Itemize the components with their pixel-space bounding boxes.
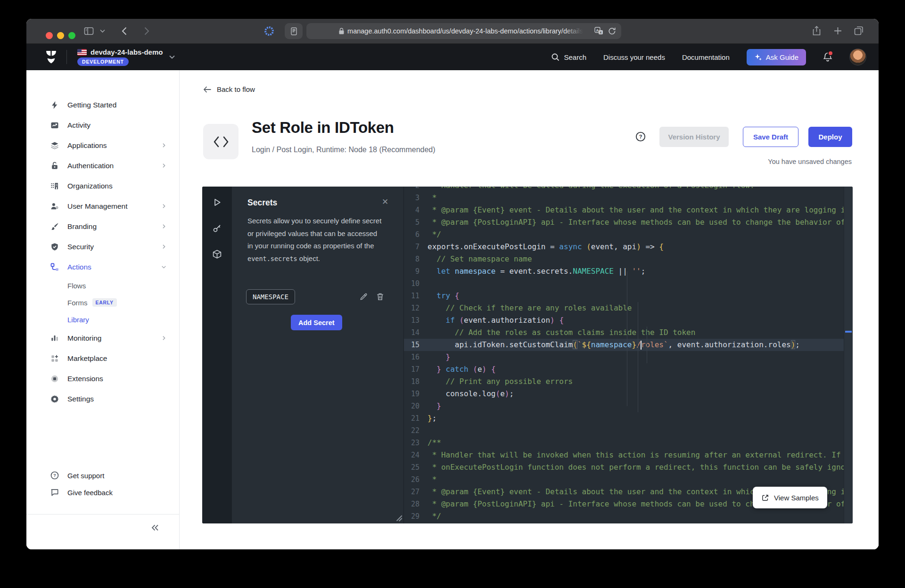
sidebar-item-marketplace[interactable]: Marketplace [26,348,179,368]
sidebar-item-get-support[interactable]: ?Get support [26,467,179,484]
help-icon: ? [50,471,59,480]
sidebar-item-authentication[interactable]: Authentication [26,155,179,176]
search-button[interactable]: Search [551,53,586,61]
sidebar-item-user-management[interactable]: User Management [26,196,179,216]
minimize-window-button[interactable] [57,32,64,39]
sidebar-item-monitoring[interactable]: Monitoring [26,328,179,348]
add-secret-button[interactable]: Add Secret [291,315,342,330]
code-line-2: 2 * Handler that will be called during t… [404,187,853,192]
translate-icon[interactable]: Ax [594,27,603,35]
ask-guide-label: Ask Guide [766,53,798,61]
code-line-26: 26 * [404,474,853,486]
test-run-icon[interactable] [212,197,222,207]
sidebar-item-organizations[interactable]: Organizations [26,176,179,196]
code-line-12: 12 // Check if there are any roles avail… [404,302,853,314]
loading-spinner-icon [264,26,274,36]
sidebar-item-label: Extensions [67,375,103,383]
sidebar: Getting StartedActivityApplicationsAuthe… [26,70,180,549]
line-number: 10 [404,278,420,290]
sidebar-item-give-feedback[interactable]: Give feedback [26,484,179,501]
code-area[interactable]: 2 * Handler that will be called during t… [404,187,853,523]
address-bar[interactable]: manage.auth0.com/dashboard/us/devday-24-… [306,23,621,39]
reload-icon[interactable] [608,27,616,35]
search-label: Search [564,53,586,61]
sidebar-item-label: Security [67,243,94,251]
sidebar-item-actions[interactable]: Actions [26,257,179,277]
line-number: 29 [404,510,420,523]
edit-secret-icon[interactable] [359,292,368,301]
notifications-button[interactable] [823,52,832,62]
line-number: 7 [404,241,420,253]
sparkle-icon [754,53,762,61]
sidebar-item-label: Activity [67,121,90,130]
sidebar-toggle-icon[interactable] [84,26,94,36]
secrets-description: Secrets allow you to securely define sec… [247,215,382,265]
environment-badge: DEVELOPMENT [77,57,129,66]
svg-text:?: ? [53,473,56,478]
sidebar-item-label: Branding [67,222,97,231]
new-tab-icon[interactable] [834,27,842,35]
line-number: 5 [404,216,420,229]
search-icon [551,53,559,61]
code-line-16: 16 } [404,351,853,363]
code-line-11: 11 try { [404,290,853,302]
overview-ruler[interactable] [844,187,853,523]
shield-icon [50,242,59,252]
deploy-button[interactable]: Deploy [808,127,852,147]
chevron-right-icon [161,244,167,250]
delete-secret-icon[interactable] [376,292,385,301]
sidebar-item-library[interactable]: Library [26,311,179,328]
sidebar-item-security[interactable]: Security [26,237,179,257]
secret-namespace-chip[interactable]: NAMESPACE [246,289,295,304]
version-history-button[interactable]: Version History [659,127,729,147]
sidebar-item-label: Organizations [67,182,113,190]
org-icon [50,181,59,191]
sidebar-item-getting-started[interactable]: Getting Started [26,95,179,115]
tab-overview-icon[interactable] [854,26,864,35]
code-line-14: 14 // Add the roles as custom claims ins… [404,327,853,339]
unsaved-changes-text: You have unsaved changes [768,158,852,165]
close-panel-icon[interactable]: ✕ [382,197,388,207]
user-avatar[interactable] [849,49,866,65]
early-badge: EARLY [92,298,117,307]
tenant-switcher[interactable]: devday-24-labs-demo DEVELOPMENT [77,48,163,66]
browser-toolbar: manage.auth0.com/dashboard/us/devday-24-… [26,19,879,44]
back-to-flow-link[interactable]: Back to flow [203,85,255,93]
zoom-window-button[interactable] [68,32,75,39]
sidebar-item-applications[interactable]: Applications [26,135,179,155]
view-samples-button[interactable]: View Samples [753,487,827,508]
chart-icon [50,334,59,343]
discuss-your-needs-link[interactable]: Discuss your needs [603,53,665,61]
sidebar-item-flows[interactable]: Flows [26,277,179,294]
sidebar-collapse-button[interactable] [148,521,162,534]
panel-resize-handle[interactable] [395,514,402,522]
forward-button[interactable] [144,27,149,35]
code-line-23: 23/** [404,437,853,449]
help-icon[interactable]: ? [635,131,646,142]
ask-guide-button[interactable]: Ask Guide [747,49,806,65]
line-number: 11 [404,290,420,302]
sidebar-item-forms[interactable]: FormsEARLY [26,294,179,311]
sidebar-item-settings[interactable]: Settings [26,389,179,409]
documentation-link[interactable]: Documentation [682,53,730,61]
code-line-18: 18 // Print any possible errors [404,376,853,388]
sidebar-item-branding[interactable]: Branding [26,216,179,237]
tenant-chevron-down-icon[interactable] [169,55,175,59]
code-line-6: 6 */ [404,229,853,241]
sidebar-item-activity[interactable]: Activity [26,115,179,135]
auth0-logo-icon[interactable] [45,51,57,64]
dependencies-package-icon[interactable] [212,249,222,259]
bolt-icon [50,100,59,110]
sidebar-item-extensions[interactable]: Extensions [26,368,179,389]
line-number: 16 [404,351,420,363]
gear-icon [50,394,59,404]
share-icon[interactable] [813,26,821,36]
us-flag-icon [77,49,87,56]
reader-view-icon[interactable] [285,23,303,39]
close-window-button[interactable] [46,32,53,39]
back-button[interactable] [122,27,127,35]
line-number: 14 [404,327,420,339]
save-draft-button[interactable]: Save Draft [743,127,798,147]
secrets-key-icon[interactable] [212,223,222,233]
toolbar-chevron-down-icon[interactable] [100,29,105,33]
